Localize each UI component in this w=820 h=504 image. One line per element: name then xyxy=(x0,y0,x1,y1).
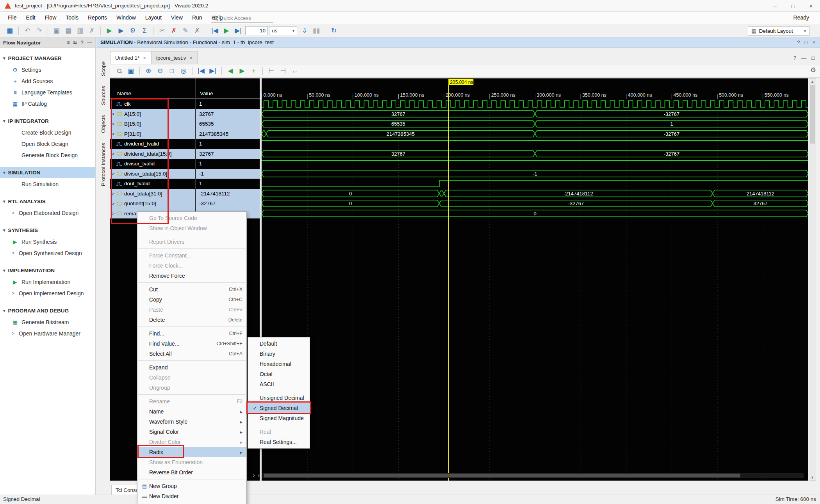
undo-icon[interactable]: ↶ xyxy=(21,26,33,36)
menu-item-name[interactable]: Name▸ xyxy=(137,406,246,417)
toolbar-toggle-icon[interactable]: ≡ xyxy=(67,40,70,45)
wave-a-15-0[interactable]: 32767-32767 xyxy=(262,111,808,117)
scrollbar-thumb[interactable] xyxy=(264,474,740,477)
flow-section-header-ip-integrator[interactable]: ▾IP INTEGRATOR xyxy=(0,115,95,127)
time-unit-select[interactable]: us ▾ xyxy=(269,26,297,35)
maximize-panel-icon[interactable]: □ xyxy=(811,55,815,61)
flow-item-ip-catalog[interactable]: ▦IP Catalog xyxy=(0,98,95,109)
scroll-down-icon[interactable]: ▼ xyxy=(809,476,816,479)
flow-item-create-block-design[interactable]: Create Block Design xyxy=(0,127,95,138)
settings-gear-icon[interactable]: ⚙ xyxy=(127,26,139,36)
menu-item-binary[interactable]: Binary xyxy=(248,349,310,359)
zoom-to-cursor-icon[interactable]: ◎ xyxy=(178,66,189,76)
side-tab-protocol-instances[interactable]: Protocol Instances xyxy=(100,138,106,191)
menu-view[interactable]: View xyxy=(166,12,187,24)
flow-item-generate-bitstream[interactable]: ▦Generate Bitstream xyxy=(0,316,95,328)
restart-icon[interactable]: |◀ xyxy=(209,26,221,36)
side-tab-objects[interactable]: Objects xyxy=(100,110,106,138)
menu-item-expand[interactable]: Expand xyxy=(137,362,246,373)
flow-item-open-block-design[interactable]: Open Block Design xyxy=(0,138,95,149)
signal-value-cell-dout-tdata-31-0[interactable]: -2147418112 xyxy=(196,189,260,199)
vertical-scrollbar[interactable]: ▲ ▼ xyxy=(809,78,816,481)
help-icon[interactable]: ? xyxy=(81,40,84,45)
menu-item-show-in-object-window[interactable]: Show in Object Window xyxy=(137,223,246,233)
signal-value-cell-p-31-0[interactable]: 2147385345 xyxy=(196,129,260,139)
collapse-arrow-icon[interactable]: ▾ xyxy=(3,56,5,61)
close-icon[interactable]: × xyxy=(812,39,815,45)
flow-section-header-synthesis[interactable]: ▾SYNTHESIS xyxy=(0,225,95,236)
quick-access-search[interactable]: Quick Access xyxy=(211,14,273,23)
menu-item-remove-force[interactable]: Remove Force xyxy=(137,271,246,281)
close-button[interactable]: × xyxy=(802,0,820,12)
scroll-right-icon[interactable]: › xyxy=(253,472,255,478)
menu-item-hexadecimal[interactable]: Hexadecimal xyxy=(248,359,310,369)
flow-item-settings[interactable]: ⚙Settings xyxy=(0,64,95,75)
signal-value-cell-divisor-tdata-15-0[interactable]: -1 xyxy=(196,169,260,179)
collapse-panel-icon[interactable]: — xyxy=(801,55,806,61)
wave-settings-gear-icon[interactable]: ⚙ xyxy=(810,66,816,74)
zoom-out-icon[interactable]: ⊖ xyxy=(154,66,166,76)
flow-section-header-program-and-debug[interactable]: ▾PROGRAM AND DEBUG xyxy=(0,305,95,316)
run-for-time-icon[interactable]: ⇩ xyxy=(299,26,310,36)
menu-item-rename[interactable]: RenameF2 xyxy=(137,396,246,406)
menu-item-cut[interactable]: CutCtrl+X xyxy=(137,284,246,295)
float-icon[interactable]: □ xyxy=(805,39,808,45)
flow-section-header-implementation[interactable]: ▾IMPLEMENTATION xyxy=(0,265,95,276)
signal-value-cell-b-15-0[interactable]: 65535 xyxy=(196,119,260,129)
menu-tools[interactable]: Tools xyxy=(61,12,83,24)
swap-cursors-icon[interactable]: ↔ xyxy=(289,66,301,76)
layout-select[interactable]: ▦ Default Layout ▾ xyxy=(748,26,809,35)
wave-dividend-tdata-15-0[interactable]: 32767-32767 xyxy=(262,151,808,157)
waveform-canvas[interactable]: 0.000 ns50.000 ns100.000 ns150.000 ns200… xyxy=(262,78,808,481)
menu-item-find[interactable]: Find...Ctrl+F xyxy=(137,328,246,339)
menu-item-ungroup[interactable]: Ungroup xyxy=(137,383,246,393)
close-icon[interactable]: ✗ xyxy=(191,26,203,36)
cancel-icon[interactable]: ✗ xyxy=(168,26,180,36)
duplicate-icon[interactable]: ▤ xyxy=(62,26,74,36)
flow-item-open-elaborated-design[interactable]: >Open Elaborated Design xyxy=(0,207,95,218)
signal-value-cell-divisor-tvalid[interactable]: 1 xyxy=(196,159,260,169)
flow-item-generate-block-design[interactable]: Generate Block Design xyxy=(0,149,95,161)
menu-item-find-value[interactable]: Find Value...Ctrl+Shift+F xyxy=(137,339,246,349)
snap-right-icon[interactable]: ⊣ xyxy=(277,66,289,76)
edit-icon[interactable]: ✎ xyxy=(180,26,191,36)
snap-left-icon[interactable]: ⊢ xyxy=(266,66,277,76)
menu-item-delete[interactable]: DeleteDelete xyxy=(137,315,246,325)
side-tab-sources[interactable]: Sources xyxy=(100,81,106,110)
dock-icon[interactable]: ⇆ xyxy=(73,40,77,45)
run-icon[interactable]: ▶ xyxy=(103,26,115,36)
menu-item-default[interactable]: Default xyxy=(248,339,310,349)
wave-dout-tdata-31-0[interactable]: 0-21474181122147418112 xyxy=(262,190,808,197)
menu-item-report-drivers[interactable]: Report Drivers xyxy=(137,237,246,247)
prev-transition-icon[interactable]: ◀ xyxy=(225,66,236,76)
next-transition-icon[interactable]: ▶ xyxy=(236,66,248,76)
menu-item-reverse-bit-order[interactable]: Reverse Bit Order xyxy=(137,467,246,477)
goto-start-icon[interactable]: |◀ xyxy=(195,66,207,76)
cut-icon[interactable]: ✂ xyxy=(156,26,168,36)
collapse-arrow-icon[interactable]: ▾ xyxy=(3,170,5,175)
tab-untitled-1[interactable]: Untitled 1*× xyxy=(110,51,151,64)
side-tab-scope[interactable]: Scope xyxy=(100,57,106,81)
collapse-arrow-icon[interactable]: ▾ xyxy=(3,268,5,273)
find-icon[interactable] xyxy=(113,66,125,76)
signal-value-cell-dout-tvalid[interactable]: 1 xyxy=(196,179,260,189)
run-all-icon[interactable]: ▶ xyxy=(115,26,127,36)
menu-reports[interactable]: Reports xyxy=(83,12,112,24)
sim-time-input[interactable] xyxy=(245,26,268,35)
add-marker-icon[interactable]: + xyxy=(248,66,260,76)
sum-icon[interactable]: Σ xyxy=(139,26,150,36)
collapse-arrow-icon[interactable]: ▾ xyxy=(3,308,5,313)
menu-item-signal-color[interactable]: Signal Color▸ xyxy=(137,427,246,437)
close-icon[interactable]: × xyxy=(143,55,146,61)
flow-item-add-sources[interactable]: +Add Sources xyxy=(0,75,95,87)
maximize-button[interactable]: □ xyxy=(784,0,802,12)
flow-item-run-implementation[interactable]: ▶Run Implementation xyxy=(0,276,95,287)
zoom-in-icon[interactable]: ⊕ xyxy=(143,66,154,76)
tab-ipcore-test-v[interactable]: ipcore_test.v× xyxy=(151,51,198,64)
zoom-fit-icon[interactable]: □ xyxy=(166,66,178,76)
menu-item-force-constant[interactable]: Force Constant... xyxy=(137,250,246,261)
wave-rema[interactable]: 0 xyxy=(262,210,808,217)
help-icon[interactable]: ? xyxy=(793,55,796,61)
menu-item-paste[interactable]: PasteCtrl+V xyxy=(137,305,246,315)
close-icon[interactable]: × xyxy=(189,55,193,61)
